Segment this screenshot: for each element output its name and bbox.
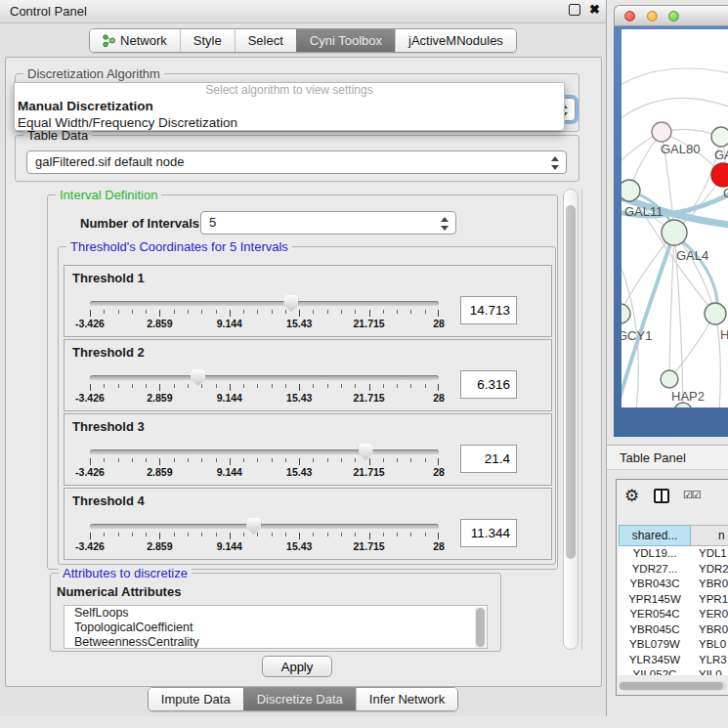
tab-style[interactable]: Style bbox=[180, 29, 235, 52]
node-label: GAL80 bbox=[661, 142, 700, 156]
network-window-frame: GAL80GACGAL11GAL4GCY1HHAP2 bbox=[614, 26, 728, 437]
tick-label: 9.144 bbox=[217, 466, 242, 478]
tab-network[interactable]: Network bbox=[90, 29, 180, 52]
network-node[interactable] bbox=[711, 163, 728, 187]
network-node[interactable] bbox=[621, 304, 630, 323]
tick-label: 15.43 bbox=[286, 318, 312, 329]
network-canvas[interactable]: GAL80GACGAL11GAL4GCY1HHAP2 bbox=[621, 29, 728, 407]
threshold-slider-track[interactable] bbox=[90, 524, 439, 529]
columns-icon[interactable] bbox=[654, 489, 669, 503]
tab-select[interactable]: Select bbox=[235, 29, 296, 52]
network-node[interactable] bbox=[661, 370, 678, 388]
table-row[interactable]: YDL19...YDL1 bbox=[619, 546, 728, 562]
threshold-value-field[interactable] bbox=[460, 370, 517, 399]
tick-label: -3.426 bbox=[75, 540, 105, 552]
panel-title: Control Panel bbox=[10, 4, 87, 19]
table-header-row: shared... n bbox=[619, 525, 728, 546]
slider-minor-ticks bbox=[90, 458, 439, 462]
minimize-traffic-light-icon[interactable] bbox=[647, 11, 658, 21]
gear-icon[interactable]: ⚙ bbox=[624, 486, 639, 506]
table-data-combo[interactable]: galFiltered.sif default node bbox=[26, 150, 567, 174]
column-header-shared-name[interactable]: shared... bbox=[619, 525, 691, 546]
network-node[interactable] bbox=[662, 220, 687, 245]
top-tab-bar: Network Style Select Cyni Toolbox jActiv… bbox=[0, 28, 606, 53]
table-panel: ⚙ ☑☑ shared... n YDL19...YDL1 YDR27...YD… bbox=[616, 479, 728, 696]
node-label: GAL11 bbox=[624, 204, 664, 219]
bottom-tab-bar: Impute Data Discretize Data Infer Networ… bbox=[0, 687, 606, 711]
network-canvas-svg: GAL80GACGAL11GAL4GCY1HHAP2 bbox=[621, 29, 728, 407]
close-traffic-light-icon[interactable] bbox=[624, 11, 635, 21]
list-item[interactable]: TopologicalCoefficient bbox=[64, 621, 487, 635]
list-item[interactable]: SelfLoops bbox=[64, 606, 487, 621]
network-icon bbox=[103, 34, 115, 47]
table-row[interactable]: YBL079WYBL0 bbox=[619, 637, 728, 653]
tab-infer-network[interactable]: Infer Network bbox=[356, 688, 457, 710]
tick-label: 21.715 bbox=[354, 540, 385, 552]
table-horizontal-scrollbar[interactable] bbox=[619, 681, 727, 691]
apply-button[interactable]: Apply bbox=[262, 656, 332, 677]
table-data-group: Table Data galFiltered.sif default node bbox=[15, 135, 579, 182]
threshold-slider-track[interactable] bbox=[90, 375, 439, 380]
tick-label: 9.144 bbox=[217, 392, 242, 404]
number-of-intervals-combo[interactable]: 5 bbox=[200, 211, 456, 235]
network-window-titlebar[interactable] bbox=[614, 5, 728, 26]
table-row[interactable]: YBR045CYBR0 bbox=[619, 622, 728, 638]
table-row[interactable]: YDR27...YDR2 bbox=[619, 562, 728, 578]
scrollbar-thumb[interactable] bbox=[620, 682, 723, 690]
stepper-icon bbox=[441, 216, 450, 232]
group-title: Interval Definition bbox=[56, 188, 161, 202]
table-row[interactable]: YIL052CYIL0 bbox=[619, 667, 728, 675]
screen: Control Panel ✖ Network Style Select bbox=[0, 0, 728, 728]
table-row[interactable]: YER054CYER0 bbox=[619, 607, 728, 622]
select-checkboxes-icon[interactable]: ☑☑ bbox=[683, 489, 701, 501]
tick-label: 28 bbox=[433, 540, 445, 552]
tab-jactivemnodules[interactable]: jActiveMNodules bbox=[395, 29, 516, 52]
threshold-slider-track[interactable] bbox=[90, 450, 439, 454]
network-node[interactable] bbox=[652, 122, 671, 142]
table-row[interactable]: YPR145WYPR1 bbox=[619, 592, 728, 608]
dropdown-option-manual-discretization[interactable]: Manual Discretization bbox=[15, 98, 564, 114]
list-scrollbar[interactable] bbox=[475, 607, 486, 649]
table-row[interactable]: YLR345WYLR3 bbox=[619, 653, 728, 668]
float-window-icon[interactable] bbox=[569, 4, 580, 16]
stepper-icon bbox=[551, 155, 560, 171]
tick-label: 9.144 bbox=[217, 540, 242, 552]
threshold-slider-track[interactable] bbox=[90, 301, 439, 306]
table-panel-header: Table Panel bbox=[607, 445, 728, 470]
table-panel-title: Table Panel bbox=[620, 450, 686, 465]
close-icon[interactable]: ✖ bbox=[589, 2, 600, 17]
network-view-window: GAL80GACGAL11GAL4GCY1HHAP2 bbox=[614, 5, 728, 437]
network-node[interactable] bbox=[705, 303, 726, 324]
tick-label: 21.715 bbox=[354, 392, 385, 404]
scrollbar-thumb[interactable] bbox=[566, 205, 576, 559]
zoom-traffic-light-icon[interactable] bbox=[668, 11, 679, 21]
tick-label: 21.715 bbox=[354, 466, 385, 478]
number-of-intervals-label: Number of Intervals bbox=[80, 216, 199, 231]
table-row[interactable]: YBR043CYBR0 bbox=[619, 577, 728, 592]
network-node[interactable] bbox=[711, 127, 728, 147]
dropdown-option-equal-width-frequency[interactable]: Equal Width/Frequency Discretization bbox=[15, 114, 564, 131]
threshold-panel-4: Threshold 4 -3.426 2.859 9.144 15.43 21.… bbox=[64, 488, 552, 560]
tick-label: 2.859 bbox=[147, 318, 172, 329]
tab-impute-data[interactable]: Impute Data bbox=[149, 688, 243, 710]
content-scrollbar[interactable] bbox=[563, 189, 578, 650]
network-node[interactable] bbox=[621, 180, 640, 201]
list-item[interactable]: BetweennessCentrality bbox=[64, 635, 487, 649]
viewport-divider bbox=[581, 189, 582, 650]
tick-label: 28 bbox=[433, 318, 445, 329]
numerical-attributes-label: Numerical Attributes bbox=[57, 584, 181, 599]
node-label: H bbox=[720, 327, 728, 342]
tab-discretize-data[interactable]: Discretize Data bbox=[243, 688, 356, 710]
threshold-value-field[interactable] bbox=[460, 519, 517, 547]
interval-definition-group: Interval Definition Number of Intervals … bbox=[47, 194, 558, 570]
threshold-value-field[interactable] bbox=[460, 445, 517, 473]
attributes-group: Attributes to discretize Numerical Attri… bbox=[50, 573, 501, 652]
tick-label: 2.859 bbox=[147, 540, 172, 552]
threshold-panel-2: Threshold 2 -3.426 2.859 9.144 15.43 21.… bbox=[64, 339, 552, 411]
threshold-value-field[interactable] bbox=[460, 296, 517, 324]
tick-label: 15.43 bbox=[286, 392, 312, 404]
tab-cyni-toolbox[interactable]: Cyni Toolbox bbox=[296, 29, 395, 52]
threshold-panel-1: Threshold 1 -3.426 2.859 9.144 15.43 21.… bbox=[64, 265, 552, 337]
column-header-name[interactable]: n bbox=[691, 525, 728, 546]
node-label: C bbox=[723, 186, 728, 200]
